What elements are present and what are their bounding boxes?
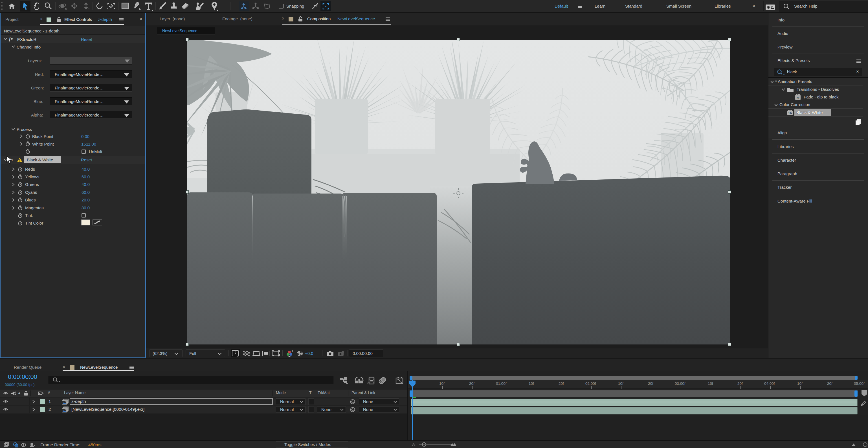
svg-text:16: 16 [788,111,792,115]
svg-text:fx: fx [797,96,800,99]
